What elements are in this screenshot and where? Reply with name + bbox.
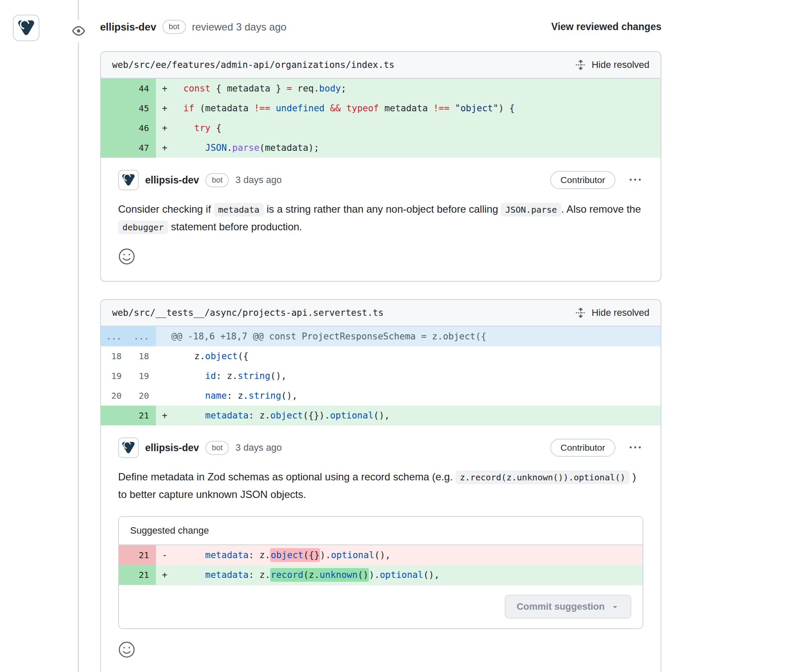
- old-line-number: 18: [101, 346, 128, 366]
- comment-avatar[interactable]: [118, 170, 139, 190]
- new-line-number: 45: [128, 98, 156, 118]
- inline-code: z.record(z.unknown()).optional(): [456, 470, 630, 484]
- comment-author[interactable]: ellipsis-dev: [145, 442, 199, 454]
- comment-body: Consider checking if metadata is a strin…: [118, 201, 643, 236]
- hide-resolved-label: Hide resolved: [591, 59, 649, 70]
- review-action-text: reviewed 3 days ago: [192, 21, 286, 33]
- ellipsis-logo-icon: [121, 440, 136, 455]
- file-header: web/src/__tests__/async/projects-api.ser…: [101, 300, 661, 327]
- old-line-number: [101, 138, 128, 158]
- review-comment: ellipsis-dev bot 3 days ago Contributor …: [101, 425, 661, 672]
- code-line: + metadata: z.record(z.unknown()).option…: [156, 565, 643, 585]
- code-line: z.object({: [156, 346, 661, 366]
- hide-resolved-button[interactable]: Hide resolved: [575, 307, 649, 318]
- old-line-number: [101, 98, 128, 118]
- reviewer-avatar[interactable]: [13, 15, 40, 41]
- inline-code: metadata: [214, 203, 264, 217]
- diff-block: ......@@ -18,6 +18,7 @@ const ProjectRes…: [101, 327, 661, 425]
- unfold-icon: [575, 59, 586, 70]
- line-number: 21: [119, 565, 156, 585]
- commit-suggestion-label: Commit suggestion: [517, 601, 605, 612]
- suggestion-diff: 21- metadata: z.object({}).optional(),21…: [119, 545, 643, 585]
- review-timeline-item: ellipsis-dev bot reviewed 3 days ago Vie…: [100, 0, 661, 672]
- diff-line: 46+ try {: [101, 118, 661, 138]
- comment-header: ellipsis-dev bot 3 days ago Contributor: [118, 437, 643, 458]
- new-line-number: 46: [128, 118, 156, 138]
- word-diff-highlight: record(z.unknown(): [270, 568, 369, 582]
- view-reviewed-changes-link[interactable]: View reviewed changes: [551, 21, 661, 33]
- diff-line: 21+ metadata: z.object({}).optional(),: [101, 406, 661, 425]
- new-line-number: ...: [128, 327, 156, 346]
- bot-badge: bot: [205, 441, 229, 455]
- bot-badge: bot: [205, 173, 229, 187]
- new-line-number: 20: [128, 386, 156, 406]
- smiley-icon: [118, 248, 135, 265]
- inline-code: JSON.parse: [501, 203, 561, 217]
- line-number: 21: [119, 545, 156, 565]
- bot-badge: bot: [162, 20, 186, 34]
- word-diff-highlight: object({}: [270, 548, 320, 562]
- timeline-line: [78, 0, 79, 672]
- contributor-badge: Contributor: [550, 171, 615, 189]
- old-line-number: 19: [101, 366, 128, 386]
- hide-resolved-button[interactable]: Hide resolved: [575, 59, 649, 70]
- smiley-icon: [118, 641, 135, 658]
- new-line-number: 18: [128, 346, 156, 366]
- code-line: +if (metadata !== undefined && typeof me…: [156, 98, 661, 118]
- suggested-change-block: Suggested change 21- metadata: z.object(…: [118, 516, 643, 629]
- diff-line: 21+ metadata: z.record(z.unknown()).opti…: [119, 565, 643, 585]
- emoji-reaction-button[interactable]: [118, 641, 135, 660]
- unfold-icon: [575, 307, 586, 318]
- comment-body: Define metadata in Zod schemas as option…: [118, 468, 643, 503]
- diff-line: 1919 id: z.string(),: [101, 366, 661, 386]
- commit-suggestion-button[interactable]: Commit suggestion: [505, 595, 631, 619]
- new-line-number: 47: [128, 138, 156, 158]
- code-line: +const { metadata } = req.body;: [156, 79, 661, 98]
- code-line: + try {: [156, 118, 661, 138]
- diff-line: ......@@ -18,6 +18,7 @@ const ProjectRes…: [101, 327, 661, 346]
- file-path[interactable]: web/src/ee/features/admin-api/organizati…: [112, 60, 394, 70]
- ellipsis-logo-icon: [121, 173, 136, 187]
- old-line-number: 20: [101, 386, 128, 406]
- file-header: web/src/ee/features/admin-api/organizati…: [101, 52, 661, 79]
- file-path[interactable]: web/src/__tests__/async/projects-api.ser…: [112, 308, 384, 318]
- comment-timestamp[interactable]: 3 days ago: [235, 442, 282, 453]
- diff-line: 44+const { metadata } = req.body;: [101, 79, 661, 98]
- suggestion-footer: Commit suggestion: [119, 585, 643, 628]
- kebab-menu-button[interactable]: [627, 172, 643, 188]
- old-line-number: [101, 79, 128, 98]
- code-line: name: z.string(),: [156, 386, 661, 406]
- comment-avatar[interactable]: [118, 437, 139, 458]
- hide-resolved-label: Hide resolved: [591, 307, 649, 318]
- new-line-number: 19: [128, 366, 156, 386]
- diff-line: 47+ JSON.parse(metadata);: [101, 138, 661, 158]
- old-line-number: [101, 406, 128, 425]
- emoji-reaction-button[interactable]: [118, 248, 135, 266]
- reviewer-name[interactable]: ellipsis-dev: [100, 21, 156, 33]
- code-line: @@ -18,6 +18,7 @@ const ProjectResponseS…: [156, 327, 661, 346]
- diff-line: 2020 name: z.string(),: [101, 386, 661, 406]
- ellipsis-logo-icon: [17, 18, 36, 37]
- review-thread-card-2: web/src/__tests__/async/projects-api.ser…: [100, 299, 661, 672]
- new-line-number: 21: [128, 406, 156, 425]
- review-header: ellipsis-dev bot reviewed 3 days ago Vie…: [100, 20, 661, 34]
- code-line: - metadata: z.object({}).optional(),: [156, 545, 643, 565]
- kebab-menu-button[interactable]: [627, 440, 643, 456]
- old-line-number: [101, 118, 128, 138]
- comment-header: ellipsis-dev bot 3 days ago Contributor: [118, 170, 643, 190]
- code-line: id: z.string(),: [156, 366, 661, 386]
- diff-line: 45+if (metadata !== undefined && typeof …: [101, 98, 661, 118]
- inline-code: debugger: [118, 220, 168, 234]
- old-line-number: ...: [101, 327, 128, 346]
- diff-line: 21- metadata: z.object({}).optional(),: [119, 545, 643, 565]
- new-line-number: 44: [128, 79, 156, 98]
- eye-icon: [67, 20, 90, 42]
- comment-timestamp[interactable]: 3 days ago: [235, 174, 282, 186]
- diff-block: 44+const { metadata } = req.body;45+if (…: [101, 79, 661, 158]
- code-line: + metadata: z.object({}).optional(),: [156, 406, 661, 425]
- diff-line: 1818 z.object({: [101, 346, 661, 366]
- review-thread-card-1: web/src/ee/features/admin-api/organizati…: [100, 51, 661, 282]
- contributor-badge: Contributor: [550, 439, 615, 457]
- comment-author[interactable]: ellipsis-dev: [145, 174, 199, 186]
- suggested-change-title: Suggested change: [119, 517, 643, 545]
